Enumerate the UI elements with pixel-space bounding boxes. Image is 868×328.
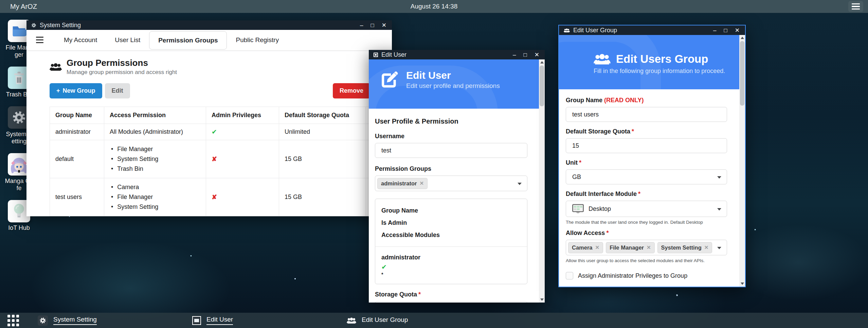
permission-groups-multiselect[interactable]: administrator ✕ [375, 176, 527, 191]
edit-user-banner: Edit User Edit user profile and permissi… [369, 59, 539, 109]
hamburger-icon[interactable] [36, 37, 43, 43]
storage-quota-label: Storage Quota [375, 291, 417, 298]
assign-admin-label: Assign Administrator Privileges to Group [578, 272, 687, 279]
chevron-down-icon [717, 247, 721, 249]
assign-admin-checkbox[interactable] [566, 272, 573, 279]
scrollbar-thumb[interactable] [740, 41, 744, 106]
allow-access-label: Allow Access [566, 230, 605, 236]
group-name-field[interactable]: test users [566, 107, 727, 122]
taskbar-item-edit-user[interactable]: Edit User [192, 316, 347, 325]
tag-file-manager: File Manager ✕ [606, 242, 654, 253]
default-interface-module-select[interactable]: Desktop [566, 201, 727, 217]
close-button[interactable]: ✕ [382, 22, 386, 28]
default-interface-module-label: Default Interface Module [566, 190, 637, 197]
window-title: System Setting [40, 22, 81, 29]
scroll-down-icon[interactable] [739, 281, 745, 287]
window-glyph-icon [192, 316, 201, 325]
check-icon: ✔ [381, 263, 521, 271]
edit-user-titlebar[interactable]: Edit User – □ ✕ [369, 50, 545, 59]
minimize-button[interactable]: – [360, 22, 363, 28]
interface-module-helper: The module that the user land once they … [566, 220, 727, 225]
tag-administrator: administrator ✕ [377, 178, 428, 189]
remove-group-button[interactable]: Remove [333, 83, 370, 98]
chevron-down-icon [717, 208, 721, 211]
clock: August 26 14:38 [411, 3, 457, 10]
unit-select[interactable]: GB [566, 169, 727, 184]
tab-permission-groups[interactable]: Permission Groups [149, 31, 227, 50]
summary-group-name: administrator [381, 252, 521, 263]
scroll-up-icon[interactable] [739, 35, 745, 41]
hamburger-menu-icon[interactable] [848, 1, 863, 12]
scroll-down-icon[interactable] [539, 297, 545, 303]
remove-tag-icon[interactable]: ✕ [419, 180, 424, 186]
tab-my-account[interactable]: My Account [55, 32, 106, 49]
edit-group-button[interactable]: Edit [105, 83, 130, 98]
users-group-icon [50, 62, 62, 71]
banner-title: Edit User [406, 70, 500, 81]
taskbar: System Setting Edit User Edit User Group [0, 313, 868, 328]
banner-title: Edit Users Group [616, 53, 708, 66]
cell-quota: 15 GB [279, 140, 366, 178]
cell-access: All Modules (Administrator) [104, 124, 206, 140]
permission-groups-label: Permission Groups [375, 165, 527, 172]
chevron-down-icon [717, 176, 721, 179]
summary-line: Is Admin [381, 217, 521, 229]
tab-public-registry[interactable]: Public Registry [227, 32, 288, 49]
window-glyph-icon [374, 53, 378, 57]
taskbar-item-system-setting[interactable]: System Setting [38, 315, 192, 326]
allow-access-multiselect[interactable]: Camera ✕ File Manager ✕ System Setting ✕ [566, 240, 727, 255]
plus-icon: + [56, 87, 60, 94]
username-label: Username [375, 133, 527, 140]
cell-quota: Unlimited [279, 124, 366, 140]
minimize-button[interactable]: – [713, 28, 716, 33]
col-access-permission: Access Permission [104, 107, 206, 124]
minimize-button[interactable]: – [513, 52, 516, 58]
users-group-icon [594, 53, 611, 65]
required-asterisk: * [632, 128, 634, 135]
remove-tag-icon[interactable]: ✕ [704, 244, 709, 251]
banner-subtitle: Fill in the following group information … [594, 68, 739, 75]
settings-tabbar: My Account User List Permission Groups P… [26, 30, 392, 51]
system-setting-titlebar[interactable]: System Setting – □ ✕ [26, 20, 392, 30]
cross-icon: ✘ [212, 194, 217, 201]
allow-access-helper: Allow this user group to access the sele… [566, 258, 727, 263]
maximize-button[interactable]: □ [370, 22, 374, 28]
storage-quota-field[interactable]: 15 [375, 301, 527, 303]
window-title: Edit User [381, 51, 406, 58]
window-edit-user: Edit User – □ ✕ [369, 50, 545, 303]
window-title: Edit User Group [573, 27, 617, 34]
cell-group-name: test users [50, 178, 104, 216]
remove-tag-icon[interactable]: ✕ [647, 244, 651, 251]
tab-user-list[interactable]: User List [106, 32, 149, 49]
group-permissions-table: Group Name Access Permission Admin Privi… [50, 107, 410, 216]
taskbar-item-edit-user-group[interactable]: Edit User Group [347, 316, 501, 325]
top-menubar: My ArOZ August 26 14:38 [0, 0, 868, 13]
close-button[interactable]: ✕ [735, 28, 740, 33]
app-launcher-icon[interactable] [7, 315, 19, 326]
default-storage-quota-field[interactable]: 15 [566, 138, 727, 153]
cell-access: File Manager System Setting Trash Bin [104, 140, 206, 178]
table-row: test users Camera File Manager System Se… [50, 178, 410, 216]
default-storage-quota-label: Default Storage Quota [566, 128, 630, 135]
cell-access: Camera File Manager System Setting [104, 178, 206, 216]
banner-subtitle: Edit user profile and permissions [406, 82, 500, 90]
edit-user-group-titlebar[interactable]: Edit User Group – □ ✕ [559, 25, 745, 35]
cross-icon: ✘ [212, 156, 217, 163]
maximize-button[interactable]: □ [724, 28, 727, 33]
chevron-down-icon [518, 183, 522, 185]
cell-group-name: administrator [50, 124, 104, 140]
aroz-brand[interactable]: My ArOZ [10, 3, 37, 11]
monitor-icon [572, 204, 584, 214]
section-heading: User Profile & Permission [375, 117, 527, 125]
close-button[interactable]: ✕ [535, 52, 539, 58]
scrollbar[interactable] [739, 35, 745, 287]
new-group-button[interactable]: + New Group [50, 83, 102, 98]
scrollbar-thumb[interactable] [540, 66, 544, 106]
username-field[interactable]: test [375, 143, 527, 158]
remove-tag-icon[interactable]: ✕ [595, 244, 600, 251]
scrollbar[interactable] [539, 59, 545, 303]
maximize-button[interactable]: □ [523, 52, 527, 58]
scroll-up-icon[interactable] [539, 59, 545, 65]
tag-camera: Camera ✕ [568, 242, 603, 253]
cell-quota: 15 GB [279, 178, 366, 216]
